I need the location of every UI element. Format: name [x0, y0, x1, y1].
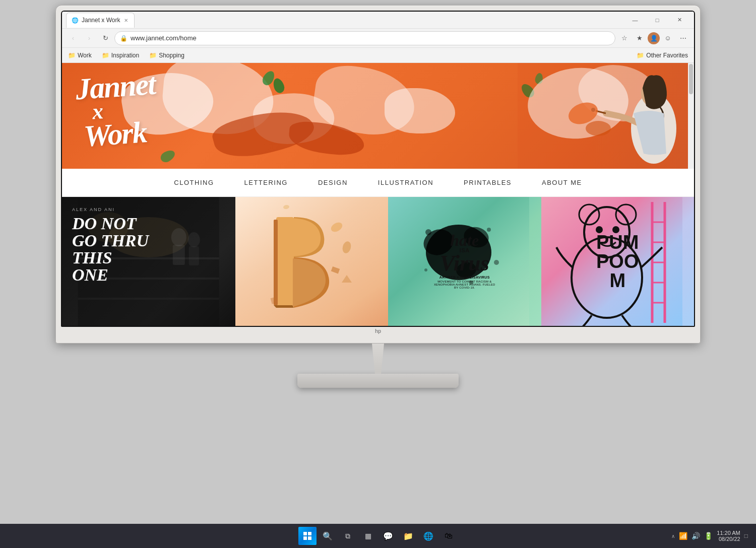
taskbar-date-display: 08/20/22 [717, 536, 740, 542]
virus-text-block: hate ISA Virus ARTISTS × #HATEISAVIRUS M… [432, 234, 497, 289]
browser-nav-bar: ‹ › ↻ 🔒 www.jannet.com/home ☆ ★ 👤 ☺ [62, 29, 694, 48]
collections-icon[interactable]: ★ [633, 31, 647, 45]
nav-illustration[interactable]: ILLUSTRATION [378, 177, 433, 188]
text-line2: GO THRU [72, 232, 149, 249]
svg-point-8 [586, 121, 611, 136]
svg-marker-21 [274, 305, 294, 308]
taskbar-system-tray: ∧ 📶 🔊 🔋 11:20 AM 08/20/22 □ [671, 530, 748, 542]
svg-rect-19 [276, 217, 294, 308]
nav-lettering[interactable]: LETTERING [244, 177, 288, 188]
nav-printables[interactable]: PRINTABLES [464, 177, 512, 188]
profile-avatar[interactable]: 👤 [648, 32, 660, 44]
stand-neck [363, 344, 393, 374]
folder-icon-4: 📁 [637, 52, 644, 59]
stand-base [297, 374, 459, 388]
letter-b-svg [246, 197, 377, 326]
tray-volume[interactable]: 🔊 [691, 532, 700, 540]
url-text: www.jannet.com/home [131, 34, 197, 42]
taskbar-time-display: 11:20 AM [717, 530, 740, 536]
fav-inspiration-label: Inspiration [111, 52, 139, 59]
nav-clothing[interactable]: CLOTHING [174, 177, 214, 188]
tray-wifi[interactable]: 📶 [679, 532, 687, 540]
taskbar-clock[interactable]: 11:20 AM 08/20/22 [717, 530, 740, 542]
fav-work-label: Work [78, 52, 92, 59]
virus-detail: MOVEMENT TO COMBAT RACISM & XENOPHOBIA A… [432, 280, 497, 289]
svg-point-25 [283, 204, 290, 210]
hero-banner: Jannet x Work [62, 63, 694, 169]
portfolio-item-2[interactable] [235, 197, 389, 326]
folder-icon-2: 📁 [102, 52, 109, 59]
nav-design[interactable]: DESIGN [318, 177, 348, 188]
hero-title-text: Jannet x Work [75, 71, 159, 150]
pum-title: PUM POO M [596, 233, 639, 290]
taskbar-center: 🔍 ⧉ ▦ 💬 📁 🌐 🛍 [298, 527, 458, 545]
maximize-btn[interactable]: □ [647, 14, 668, 27]
tray-chevron[interactable]: ∧ [671, 533, 675, 539]
screen-bezel: 🌐 Jannet x Work ✕ — □ ✕ ‹ › ↻ [61, 11, 695, 327]
taskbar-taskview-btn[interactable]: ⧉ [339, 527, 357, 545]
svg-rect-53 [308, 532, 311, 535]
hero-text-area: Jannet x Work [77, 73, 157, 148]
svg-rect-52 [303, 532, 307, 535]
tab-close-btn[interactable]: ✕ [123, 17, 129, 24]
fav-shopping[interactable]: 📁 Shopping [147, 51, 186, 60]
svg-point-36 [424, 268, 427, 271]
nav-about-me[interactable]: ABOUT ME [542, 177, 582, 188]
back-btn[interactable]: ‹ [66, 31, 80, 45]
fav-inspiration[interactable]: 📁 Inspiration [100, 51, 141, 60]
svg-marker-26 [342, 275, 352, 283]
favorites-icon[interactable]: ☆ [617, 31, 632, 45]
refresh-btn[interactable]: ↻ [98, 31, 112, 45]
taskbar-chat-btn[interactable]: 💬 [379, 527, 397, 545]
forward-btn[interactable]: › [82, 31, 96, 45]
portfolio-grid: ALEX AND ANI DO NOT GO THRU THIS ONE [62, 197, 694, 326]
browser-tab[interactable]: 🌐 Jannet x Work ✕ [66, 13, 135, 28]
close-btn[interactable]: ✕ [669, 14, 690, 27]
title-bar: 🌐 Jannet x Work ✕ — □ ✕ [62, 12, 694, 29]
text-line1: DO NOT [72, 215, 149, 232]
hp-logo: hp [375, 328, 381, 334]
fav-other-label: Other Favorites [646, 52, 688, 59]
fav-work[interactable]: 📁 Work [66, 51, 94, 60]
folder-icon: 📁 [68, 52, 76, 59]
tray-battery[interactable]: 🔋 [704, 532, 713, 540]
favorites-bar: 📁 Work 📁 Inspiration 📁 Shopping 📁 O [62, 48, 694, 63]
site-nav-menu: CLOTHING LETTERING DESIGN ILLUSTRATION P… [62, 169, 694, 197]
monitor-logo-bar: hp [61, 327, 695, 335]
minimize-btn[interactable]: — [624, 14, 646, 27]
svg-rect-55 [308, 536, 311, 540]
fav-other[interactable]: 📁 Other Favorites [635, 51, 690, 60]
taskbar-store-btn[interactable]: 🛍 [439, 527, 458, 545]
svg-rect-18 [189, 246, 199, 265]
svg-point-23 [341, 240, 352, 254]
portfolio-item-3[interactable]: hate ISA Virus ARTISTS × #HATEISAVIRUS M… [388, 197, 541, 326]
taskbar-edge-btn[interactable]: 🌐 [419, 527, 437, 545]
taskbar-explorer-btn[interactable]: 📁 [399, 527, 417, 545]
settings-more-icon[interactable]: ⋯ [676, 31, 690, 45]
taskbar-start-btn[interactable] [298, 527, 317, 545]
portfolio-item-4[interactable]: PUM POO M [541, 197, 695, 326]
page-scrollbar[interactable] [688, 63, 694, 169]
svg-rect-14 [78, 298, 219, 300]
svg-rect-20 [274, 220, 278, 305]
virus-hashtag: ARTISTS × #HATEISAVIRUS [432, 276, 497, 279]
monitor-stand [297, 344, 459, 388]
text-line4: ONE [72, 266, 149, 284]
virus-word: Virus [432, 253, 497, 273]
address-bar[interactable]: 🔒 www.jannet.com/home [114, 31, 615, 45]
text-line3: THIS [72, 249, 149, 266]
scrollbar-thumb[interactable] [689, 64, 693, 94]
virus-hate-text: hate [432, 234, 497, 247]
svg-rect-16 [173, 245, 185, 265]
portfolio-item-1[interactable]: ALEX AND ANI DO NOT GO THRU THIS ONE [62, 197, 235, 326]
tab-favicon: 🌐 [72, 17, 79, 24]
emoji-icon[interactable]: ☺ [661, 31, 675, 45]
hero-person-area [518, 63, 694, 169]
website-content: Jannet x Work [62, 63, 694, 326]
monitor: 🌐 Jannet x Work ✕ — □ ✕ ‹ › ↻ [30, 5, 726, 388]
taskbar-search-btn[interactable]: 🔍 [319, 527, 337, 545]
tray-notifications[interactable]: □ [744, 532, 748, 539]
taskbar-widgets-btn[interactable]: ▦ [359, 527, 377, 545]
monitor-frame: 🌐 Jannet x Work ✕ — □ ✕ ‹ › ↻ [55, 5, 701, 344]
svg-point-22 [330, 221, 344, 234]
